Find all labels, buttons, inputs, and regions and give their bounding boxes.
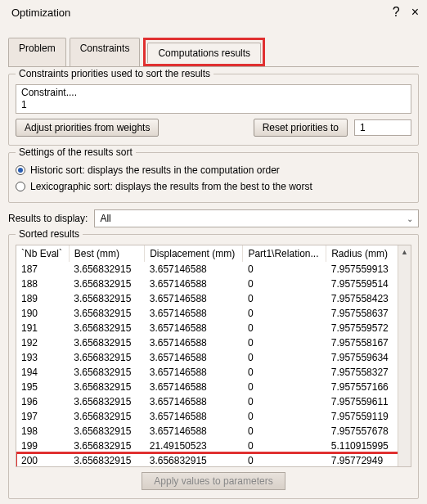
reset-priorities-input[interactable] bbox=[354, 119, 411, 136]
priorities-group: Constraints priorities used to sort the … bbox=[8, 74, 419, 146]
cell: 3.656832915 bbox=[69, 306, 144, 321]
cell: 3.656832915 bbox=[69, 453, 144, 466]
apply-values-button[interactable]: Apply values to parameters bbox=[142, 472, 285, 490]
cell: 3.656832915 bbox=[69, 262, 144, 277]
cell: 3.656832915 bbox=[69, 277, 144, 291]
table-row[interactable]: 1973.6568329153.65714658807.957559119 bbox=[16, 409, 411, 424]
cell: 0 bbox=[243, 424, 326, 439]
results-to-display-dropdown[interactable]: All ⌄ bbox=[94, 209, 419, 227]
results-to-display-label: Results to display: bbox=[8, 213, 88, 224]
cell: 0 bbox=[243, 365, 326, 380]
table-row[interactable]: 1933.6568329153.65714658807.957559634 bbox=[16, 350, 411, 365]
cell: 3.657146588 bbox=[145, 350, 243, 365]
cell: 3.656832915 bbox=[69, 394, 144, 409]
col-displacement[interactable]: Displacement (mm) bbox=[145, 245, 243, 262]
cell: 189 bbox=[16, 291, 69, 306]
historic-sort-label: Historic sort: displays the results in t… bbox=[30, 164, 280, 176]
cell: 193 bbox=[16, 350, 69, 365]
table-row[interactable]: 1883.6568329153.65714658807.957559514 bbox=[16, 277, 411, 291]
vertical-scrollbar[interactable]: ▲ bbox=[398, 245, 411, 466]
cell: 191 bbox=[16, 321, 69, 335]
table-row[interactable]: 1943.6568329153.65714658807.957558327 bbox=[16, 365, 411, 380]
cell: 195 bbox=[16, 380, 69, 394]
tab-problem[interactable]: Problem bbox=[8, 38, 66, 66]
cell: 0 bbox=[243, 394, 326, 409]
col-nb-eval[interactable]: `Nb Eval` bbox=[16, 245, 69, 262]
tab-bar: Problem Constraints Computations results bbox=[8, 38, 419, 67]
cell: 3.657146588 bbox=[145, 394, 243, 409]
table-row[interactable]: 1953.6568329153.65714658807.957557166 bbox=[16, 380, 411, 394]
sort-settings-group: Settings of the results sort Historic so… bbox=[8, 152, 419, 203]
cell: 192 bbox=[16, 335, 69, 350]
priorities-group-label: Constraints priorities used to sort the … bbox=[16, 68, 214, 79]
radio-icon bbox=[16, 165, 25, 175]
lexicographic-sort-label: Lexicographic sort: displays the results… bbox=[30, 181, 312, 192]
cell: 196 bbox=[16, 394, 69, 409]
cell: 0 bbox=[243, 306, 326, 321]
table-row[interactable]: 2003.6568329153.65683291507.95772949 bbox=[16, 453, 411, 466]
table-row[interactable]: 1873.6568329153.65714658807.957559913 bbox=[16, 262, 411, 277]
cell: 190 bbox=[16, 306, 69, 321]
cell: 3.656832915 bbox=[69, 424, 144, 439]
lexicographic-sort-radio[interactable]: Lexicographic sort: displays the results… bbox=[16, 181, 411, 192]
cell: 3.657146588 bbox=[145, 321, 243, 335]
cell: 0 bbox=[243, 439, 326, 453]
table-row[interactable]: 1923.6568329153.65714658807.957558167 bbox=[16, 335, 411, 350]
cell: 187 bbox=[16, 262, 69, 277]
dropdown-value: All bbox=[100, 213, 110, 224]
cell: 0 bbox=[243, 335, 326, 350]
tab-computations-results[interactable]: Computations results bbox=[147, 43, 261, 63]
cell: 3.657146588 bbox=[145, 365, 243, 380]
radio-icon bbox=[16, 182, 25, 191]
cell: 0 bbox=[243, 277, 326, 291]
constraint-value: 1 bbox=[21, 99, 406, 111]
cell: 0 bbox=[243, 291, 326, 306]
cell: 3.657146588 bbox=[145, 380, 243, 394]
window-title: Optimization bbox=[11, 7, 70, 19]
table-row[interactable]: 1983.6568329153.65714658807.957557678 bbox=[16, 424, 411, 439]
cell: 194 bbox=[16, 365, 69, 380]
cell: 3.657146588 bbox=[145, 291, 243, 306]
cell: 21.49150523 bbox=[145, 439, 243, 453]
chevron-down-icon: ⌄ bbox=[407, 214, 413, 223]
cell: 3.657146588 bbox=[145, 262, 243, 277]
col-relation[interactable]: Part1\Relation... bbox=[243, 245, 326, 262]
table-row[interactable]: 1913.6568329153.65714658807.957559572 bbox=[16, 321, 411, 335]
sorted-results-label: Sorted results bbox=[16, 228, 83, 240]
close-icon[interactable]: × bbox=[411, 5, 419, 20]
constraint-list[interactable]: Constraint.... 1 bbox=[16, 84, 411, 114]
col-best[interactable]: Best (mm) bbox=[69, 245, 144, 262]
cell: 3.656832915 bbox=[69, 409, 144, 424]
results-table[interactable]: `Nb Eval` Best (mm) Displacement (mm) Pa… bbox=[16, 245, 411, 466]
constraint-header: Constraint.... bbox=[21, 87, 406, 99]
cell: 3.656832915 bbox=[69, 350, 144, 365]
table-row[interactable]: 1893.6568329153.65714658807.957558423 bbox=[16, 291, 411, 306]
cell: 197 bbox=[16, 409, 69, 424]
cell: 3.656832915 bbox=[145, 453, 243, 466]
cell: 3.657146588 bbox=[145, 277, 243, 291]
adjust-priorities-button[interactable]: Adjust priorities from weights bbox=[16, 119, 159, 137]
cell: 3.657146588 bbox=[145, 424, 243, 439]
historic-sort-radio[interactable]: Historic sort: displays the results in t… bbox=[16, 164, 411, 176]
cell: 199 bbox=[16, 439, 69, 453]
sorted-results-group: Sorted results `Nb Eval` Best (mm) Displ… bbox=[8, 234, 419, 499]
scroll-up-icon[interactable]: ▲ bbox=[398, 245, 411, 259]
reset-priorities-button[interactable]: Reset priorities to bbox=[254, 119, 348, 137]
table-row[interactable]: 1993.65683291521.4915052305.110915995 bbox=[16, 439, 411, 453]
table-row[interactable]: 1903.6568329153.65714658807.957558637 bbox=[16, 306, 411, 321]
cell: 188 bbox=[16, 277, 69, 291]
cell: 3.656832915 bbox=[69, 335, 144, 350]
cell: 3.657146588 bbox=[145, 409, 243, 424]
cell: 3.656832915 bbox=[69, 380, 144, 394]
tab-constraints[interactable]: Constraints bbox=[70, 38, 141, 66]
help-icon[interactable]: ? bbox=[393, 5, 400, 20]
cell: 3.656832915 bbox=[69, 321, 144, 335]
cell: 3.657146588 bbox=[145, 335, 243, 350]
cell: 0 bbox=[243, 262, 326, 277]
cell: 3.657146588 bbox=[145, 306, 243, 321]
cell: 3.656832915 bbox=[69, 439, 144, 453]
cell: 200 bbox=[16, 453, 69, 466]
cell: 0 bbox=[243, 453, 326, 466]
cell: 3.656832915 bbox=[69, 291, 144, 306]
table-row[interactable]: 1963.6568329153.65714658807.957559611 bbox=[16, 394, 411, 409]
